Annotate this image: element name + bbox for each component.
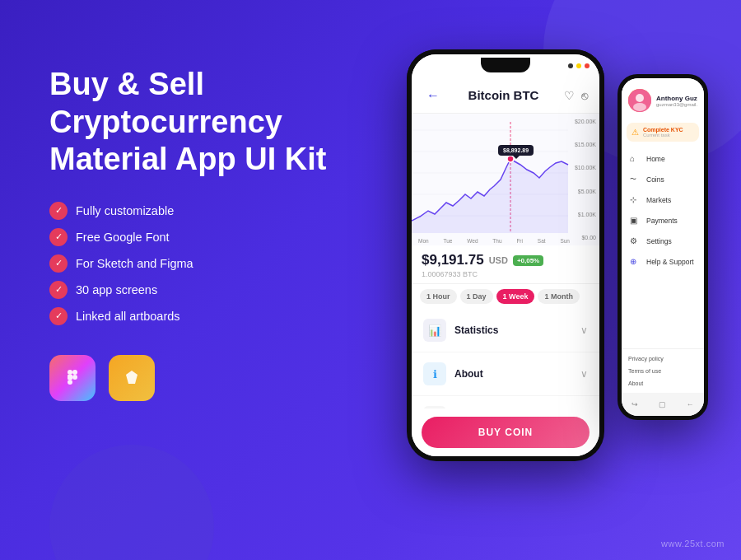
user-email: guzman33@gmail.com [656, 102, 697, 107]
phones-area: ← Bitcoin BTC ♡ ⎋ [407, 49, 708, 461]
back-button[interactable]: ← [423, 86, 443, 105]
feature-2: ✓ Free Google Font [49, 228, 362, 246]
share-icon[interactable]: ⎋ [581, 89, 588, 102]
nav-markets[interactable]: ⊹ Markets [622, 189, 704, 210]
feature-3: ✓ For Sketch and Figma [49, 254, 362, 273]
main-title: Buy & SellCryptocurrencyMaterial App UI … [49, 66, 362, 179]
svg-rect-3 [68, 380, 72, 385]
chart-area: $8,892.89 $20.00K $15.00K $10.00K $5.00K… [412, 114, 599, 245]
feature-5: ✓ Linked all artboards [49, 307, 362, 325]
svg-rect-2 [68, 375, 72, 380]
app-title: Bitcoin BTC [450, 88, 557, 102]
svg-point-4 [72, 375, 77, 380]
secondary-header: Anthony Guzman guzman33@gmail.com [622, 78, 704, 119]
secondary-screen: Anthony Guzman guzman33@gmail.com ⚠ Comp… [622, 78, 704, 416]
coins-icon: 〜 [630, 175, 641, 184]
app-header: ← Bitcoin BTC ♡ ⎋ [412, 77, 599, 114]
warning-icon: ⚠ [631, 128, 639, 137]
price-value: $9,191.75 [422, 252, 484, 268]
sec-nav-recent[interactable]: ← [687, 400, 694, 408]
filter-1h[interactable]: 1 Hour [420, 289, 457, 304]
svg-point-15 [633, 103, 646, 111]
phone-screen: ← Bitcoin BTC ♡ ⎋ [412, 54, 599, 456]
user-name: Anthony Guzman [656, 95, 697, 102]
accordion-statistics[interactable]: 📊 Statistics ∨ [412, 309, 599, 352]
accordion-section: 📊 Statistics ∨ ℹ About ∨ 📰 Latest news ∨ [412, 309, 599, 408]
svg-rect-0 [68, 370, 72, 375]
about-chevron: ∨ [580, 368, 588, 380]
about-icon: ℹ [423, 362, 446, 385]
chart-x-labels: Mon Tue Wed Thu Fri Sat Sun [418, 238, 570, 244]
feature-4: ✓ 30 app screens [49, 281, 362, 299]
check-icon-2: ✓ [49, 228, 68, 246]
accordion-about[interactable]: ℹ About ∨ [412, 352, 599, 396]
figma-icon [49, 355, 96, 401]
status-dot-2 [576, 63, 581, 68]
status-dot-1 [568, 63, 573, 68]
svg-rect-1 [72, 370, 77, 375]
filter-1d[interactable]: 1 Day [460, 289, 493, 304]
header-icons: ♡ ⎋ [564, 89, 588, 102]
filter-1m[interactable]: 1 Month [538, 289, 580, 304]
time-filters: 1 Hour 1 Day 1 Week 1 Month [412, 284, 599, 309]
price-btc: 1.00067933 BTC [422, 270, 590, 278]
nav-coins[interactable]: 〜 Coins [622, 169, 704, 189]
payments-icon: ▣ [630, 216, 641, 225]
terms-link[interactable]: Terms of use [628, 365, 697, 377]
price-section: $9,191.75 USD +0,05% 1.00067933 BTC [412, 245, 599, 284]
sec-nav-home[interactable]: ▢ [659, 400, 666, 408]
secondary-nav: ⌂ Home 〜 Coins ⊹ Markets ▣ Payments ⚙ [622, 145, 704, 348]
tool-icons [49, 355, 362, 401]
check-icon-1: ✓ [49, 202, 68, 220]
sec-nav-back[interactable]: ↪ [631, 400, 638, 408]
nav-payments[interactable]: ▣ Payments [622, 210, 704, 231]
heart-icon[interactable]: ♡ [564, 89, 575, 102]
buy-button[interactable]: BUY COIN [422, 417, 590, 448]
secondary-footer: Privacy policy Terms of use About [622, 348, 704, 393]
check-icon-3: ✓ [49, 254, 68, 273]
features-list: ✓ Fully customizable ✓ Free Google Font … [49, 202, 362, 325]
settings-icon: ⚙ [630, 236, 641, 245]
accordion-news[interactable]: 📰 Latest news ∨ [412, 396, 599, 408]
filter-1w[interactable]: 1 Week [496, 289, 535, 304]
statistics-chevron: ∨ [580, 324, 588, 336]
kyc-title: Complete KYC [643, 127, 694, 133]
nav-home[interactable]: ⌂ Home [622, 148, 704, 169]
kyc-text: Complete KYC Current task [643, 127, 694, 138]
buy-button-area: BUY COIN [412, 408, 599, 456]
status-dot-3 [585, 63, 590, 68]
markets-icon: ⊹ [630, 195, 641, 204]
watermark: www.25xt.com [661, 539, 725, 548]
check-icon-4: ✓ [49, 281, 68, 299]
statistics-icon: 📊 [423, 319, 446, 342]
price-tooltip: $8,892.89 [498, 145, 534, 156]
home-icon: ⌂ [630, 154, 641, 163]
feature-1: ✓ Fully customizable [49, 202, 362, 220]
price-change: +0,05% [513, 255, 543, 266]
price-currency: USD [489, 255, 508, 265]
privacy-link[interactable]: Privacy policy [628, 352, 697, 365]
left-panel: Buy & SellCryptocurrencyMaterial App UI … [49, 66, 362, 401]
nav-settings[interactable]: ⚙ Settings [622, 231, 704, 251]
secondary-bottom-nav: ↪ ▢ ← [622, 393, 704, 416]
chart-y-labels: $20.00K $15.00K $10.00K $5.00K $1.00K $0… [575, 119, 596, 240]
phone-notch [481, 58, 530, 72]
statistics-label: Statistics [454, 324, 580, 336]
svg-marker-5 [126, 371, 137, 384]
kyc-subtitle: Current task [643, 133, 694, 138]
kyc-banner[interactable]: ⚠ Complete KYC Current task [627, 123, 699, 142]
nav-help[interactable]: ⊕ Help & Support [622, 251, 704, 272]
svg-point-14 [636, 94, 644, 102]
phone-secondary: Anthony Guzman guzman33@gmail.com ⚠ Comp… [618, 74, 708, 420]
sketch-icon [109, 355, 155, 401]
user-avatar [628, 89, 651, 112]
about-label: About [454, 368, 580, 380]
about-link[interactable]: About [628, 377, 697, 390]
check-icon-5: ✓ [49, 307, 68, 325]
phone-main: ← Bitcoin BTC ♡ ⎋ [407, 49, 604, 461]
help-icon: ⊕ [630, 257, 641, 266]
user-info: Anthony Guzman guzman33@gmail.com [656, 95, 697, 107]
